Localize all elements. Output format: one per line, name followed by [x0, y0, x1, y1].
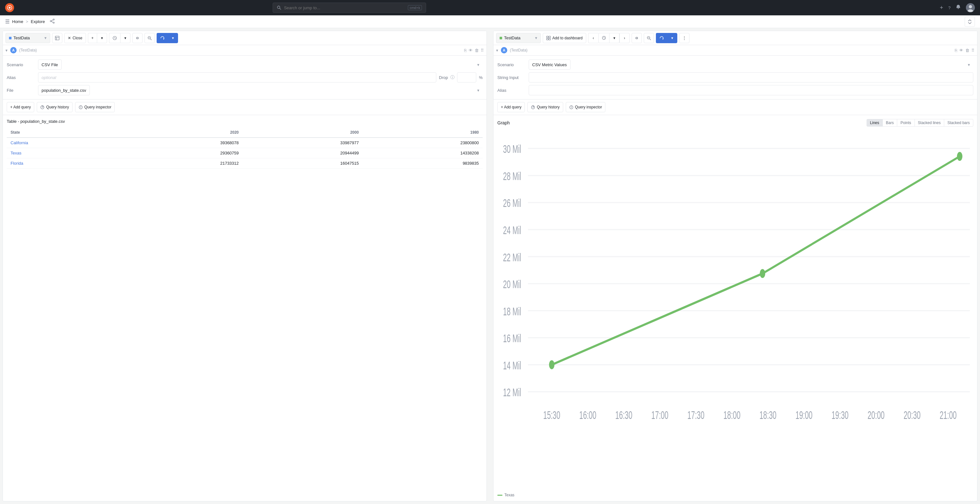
bell-icon[interactable]: [956, 5, 961, 11]
prev-button[interactable]: ‹: [588, 33, 598, 43]
refresh-dropdown-left[interactable]: ▾: [168, 33, 178, 43]
add-query-dropdown[interactable]: ▾: [97, 33, 107, 43]
panel-divider: [489, 28, 491, 504]
legend-label: Texas: [504, 493, 514, 497]
collapse-button[interactable]: [965, 17, 975, 27]
table-view-button[interactable]: [52, 33, 62, 43]
add-query-footer-button-right[interactable]: + Add query: [497, 102, 525, 112]
query-actions: ⎘ 👁 🗑 ⠿: [464, 48, 484, 53]
graph-tab-lines[interactable]: Lines: [867, 119, 883, 127]
query-editor-left: Scenario CSV File Alias Drop ⓘ 0 % Fi: [3, 56, 487, 99]
svg-text:20:30: 20:30: [904, 409, 921, 421]
time-button[interactable]: [109, 33, 120, 43]
alias-input[interactable]: [38, 72, 436, 83]
drag-icon-right[interactable]: ⠿: [971, 48, 975, 53]
graph-tab-points[interactable]: Points: [897, 119, 915, 127]
v1980-cell: 23800800: [363, 137, 483, 148]
svg-text:18 Mil: 18 Mil: [503, 305, 521, 317]
eye-icon-right[interactable]: 👁: [959, 48, 963, 53]
help-icon[interactable]: ?: [948, 5, 951, 10]
time-button-right[interactable]: [598, 33, 609, 43]
query-letter-a: A: [10, 47, 17, 53]
refresh-group-left: ▾: [157, 33, 178, 43]
state-cell[interactable]: Texas: [7, 148, 123, 158]
drop-row: Drop ⓘ 0 %: [439, 72, 483, 83]
main-content: TestData ▾ ✕ Close + ▾ ▾: [0, 28, 980, 504]
query-history-button-right[interactable]: Query history: [527, 102, 563, 112]
user-avatar[interactable]: [966, 3, 975, 12]
close-button[interactable]: ✕ Close: [64, 33, 86, 43]
refresh-button-right[interactable]: [656, 33, 667, 43]
v2000-cell: 16047515: [243, 158, 363, 169]
svg-text:21:00: 21:00: [940, 409, 957, 421]
time-dropdown-right[interactable]: ▾: [609, 33, 619, 43]
svg-point-8: [50, 21, 51, 22]
drop-info-icon[interactable]: ⓘ: [450, 75, 455, 80]
state-cell[interactable]: Florida: [7, 158, 123, 169]
link-button-right[interactable]: [632, 33, 642, 43]
collapse-query-icon[interactable]: ▾: [5, 48, 8, 53]
drop-input[interactable]: 0: [457, 72, 476, 83]
refresh-dropdown-right[interactable]: ▾: [667, 33, 677, 43]
app-logo[interactable]: [5, 3, 14, 12]
global-search[interactable]: cmd+k: [273, 3, 426, 13]
search-input[interactable]: [284, 5, 405, 10]
copy-query-icon[interactable]: ⎘: [464, 48, 467, 53]
refresh-button-left[interactable]: [157, 33, 168, 43]
drag-icon[interactable]: ⠿: [481, 48, 484, 53]
file-select[interactable]: population_by_state.csv: [38, 85, 90, 95]
left-datasource-selector[interactable]: TestData ▾: [5, 33, 50, 43]
svg-text:16 Mil: 16 Mil: [503, 332, 521, 345]
copy-query-icon-right[interactable]: ⎘: [955, 48, 957, 53]
collapse-query-icon-right[interactable]: ▾: [496, 48, 498, 53]
svg-text:12 Mil: 12 Mil: [503, 386, 521, 399]
graph-tab-bars[interactable]: Bars: [883, 119, 897, 127]
graph-tab-stacked-lines[interactable]: Stacked lines: [915, 119, 944, 127]
next-button[interactable]: ›: [619, 33, 630, 43]
right-datasource-selector[interactable]: TestData ▾: [496, 33, 541, 43]
v1980-cell: 14338208: [363, 148, 483, 158]
share-icon[interactable]: [50, 19, 55, 25]
svg-point-24: [81, 106, 81, 106]
zoom-out-button[interactable]: [145, 33, 155, 43]
add-query-button-left[interactable]: +: [88, 33, 97, 43]
search-icon: [277, 5, 281, 10]
query-a-header-right: ▾ A (TestData) ⎘ 👁 🗑 ⠿: [493, 45, 977, 56]
table-header-row: State 2020 2000 1980: [7, 128, 483, 137]
graph-tab-stacked-bars[interactable]: Stacked bars: [944, 119, 973, 127]
query-history-button-left[interactable]: Query history: [37, 102, 72, 112]
query-inspector-button-right[interactable]: Query inspector: [566, 102, 606, 112]
query-inspector-label-right: Query inspector: [575, 105, 602, 109]
svg-rect-28: [549, 38, 550, 40]
link-button[interactable]: [132, 33, 143, 43]
state-cell[interactable]: California: [7, 137, 123, 148]
col-1980: 1980: [363, 128, 483, 137]
hamburger-icon[interactable]: ☰: [5, 19, 10, 25]
scenario-select[interactable]: CSV File: [38, 59, 62, 70]
query-inspector-label-left: Query inspector: [84, 105, 111, 109]
query-letter-a-right: A: [501, 47, 507, 53]
add-query-footer-button[interactable]: + Add query: [7, 102, 34, 112]
graph-area: Graph LinesBarsPointsStacked linesStacke…: [493, 115, 977, 501]
delete-query-icon[interactable]: 🗑: [475, 48, 479, 53]
svg-line-10: [51, 20, 53, 21]
file-select-wrap: population_by_state.csv: [38, 85, 483, 95]
time-dropdown[interactable]: ▾: [120, 33, 130, 43]
add-to-dashboard-button[interactable]: Add to dashboard: [543, 33, 586, 43]
breadcrumb-home[interactable]: Home: [12, 19, 23, 24]
right-datasource-indicator: [500, 37, 502, 39]
delete-query-icon-right[interactable]: 🗑: [965, 48, 969, 53]
string-input-field[interactable]: 14338208,20944499,29360759: [529, 72, 973, 83]
zoom-out-button-right[interactable]: [644, 33, 654, 43]
pct-label: %: [479, 75, 483, 80]
svg-text:14 Mil: 14 Mil: [503, 359, 521, 372]
eye-icon[interactable]: 👁: [469, 48, 473, 53]
more-options-button[interactable]: ⋮: [679, 33, 689, 43]
alias-input-right[interactable]: Texas: [529, 85, 973, 95]
scenario-select-right[interactable]: CSV Metric Values: [529, 59, 571, 70]
drop-label: Drop: [439, 75, 448, 80]
datasource-indicator: [9, 37, 11, 39]
query-inspector-button-left[interactable]: Query inspector: [75, 102, 115, 112]
v2000-cell: 33987977: [243, 137, 363, 148]
plus-button[interactable]: +: [940, 5, 943, 11]
